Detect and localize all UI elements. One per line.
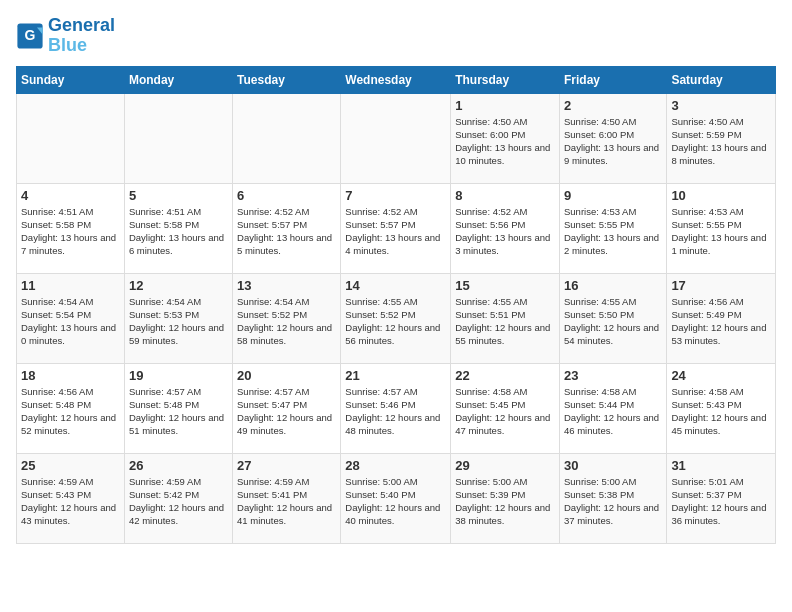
day-info: Sunrise: 4:51 AMSunset: 5:58 PMDaylight:… — [21, 205, 120, 258]
calendar-cell: 4Sunrise: 4:51 AMSunset: 5:58 PMDaylight… — [17, 183, 125, 273]
day-info: Sunrise: 4:54 AMSunset: 5:53 PMDaylight:… — [129, 295, 228, 348]
day-number: 4 — [21, 188, 120, 203]
header-wednesday: Wednesday — [341, 66, 451, 93]
day-info: Sunrise: 4:52 AMSunset: 5:56 PMDaylight:… — [455, 205, 555, 258]
header-thursday: Thursday — [451, 66, 560, 93]
day-info: Sunrise: 4:53 AMSunset: 5:55 PMDaylight:… — [671, 205, 771, 258]
calendar-cell: 13Sunrise: 4:54 AMSunset: 5:52 PMDayligh… — [233, 273, 341, 363]
day-number: 23 — [564, 368, 662, 383]
day-info: Sunrise: 4:54 AMSunset: 5:54 PMDaylight:… — [21, 295, 120, 348]
day-info: Sunrise: 4:52 AMSunset: 5:57 PMDaylight:… — [345, 205, 446, 258]
calendar-cell: 8Sunrise: 4:52 AMSunset: 5:56 PMDaylight… — [451, 183, 560, 273]
day-info: Sunrise: 4:57 AMSunset: 5:47 PMDaylight:… — [237, 385, 336, 438]
day-number: 9 — [564, 188, 662, 203]
calendar-cell: 18Sunrise: 4:56 AMSunset: 5:48 PMDayligh… — [17, 363, 125, 453]
day-info: Sunrise: 4:57 AMSunset: 5:46 PMDaylight:… — [345, 385, 446, 438]
logo-text: General Blue — [48, 16, 115, 56]
calendar-cell: 2Sunrise: 4:50 AMSunset: 6:00 PMDaylight… — [559, 93, 666, 183]
calendar-cell — [124, 93, 232, 183]
day-number: 25 — [21, 458, 120, 473]
day-number: 20 — [237, 368, 336, 383]
header-monday: Monday — [124, 66, 232, 93]
day-number: 18 — [21, 368, 120, 383]
calendar-cell — [341, 93, 451, 183]
day-number: 22 — [455, 368, 555, 383]
day-number: 19 — [129, 368, 228, 383]
day-number: 11 — [21, 278, 120, 293]
day-number: 27 — [237, 458, 336, 473]
day-number: 10 — [671, 188, 771, 203]
day-number: 5 — [129, 188, 228, 203]
day-number: 14 — [345, 278, 446, 293]
calendar-cell: 21Sunrise: 4:57 AMSunset: 5:46 PMDayligh… — [341, 363, 451, 453]
day-info: Sunrise: 4:58 AMSunset: 5:45 PMDaylight:… — [455, 385, 555, 438]
calendar-cell: 22Sunrise: 4:58 AMSunset: 5:45 PMDayligh… — [451, 363, 560, 453]
day-number: 29 — [455, 458, 555, 473]
calendar-cell — [233, 93, 341, 183]
calendar-cell: 5Sunrise: 4:51 AMSunset: 5:58 PMDaylight… — [124, 183, 232, 273]
calendar-cell: 27Sunrise: 4:59 AMSunset: 5:41 PMDayligh… — [233, 453, 341, 543]
day-info: Sunrise: 4:58 AMSunset: 5:43 PMDaylight:… — [671, 385, 771, 438]
calendar-cell: 10Sunrise: 4:53 AMSunset: 5:55 PMDayligh… — [667, 183, 776, 273]
day-number: 1 — [455, 98, 555, 113]
calendar-cell: 1Sunrise: 4:50 AMSunset: 6:00 PMDaylight… — [451, 93, 560, 183]
day-info: Sunrise: 4:57 AMSunset: 5:48 PMDaylight:… — [129, 385, 228, 438]
day-number: 31 — [671, 458, 771, 473]
calendar-cell — [17, 93, 125, 183]
calendar-week-row: 11Sunrise: 4:54 AMSunset: 5:54 PMDayligh… — [17, 273, 776, 363]
day-number: 30 — [564, 458, 662, 473]
logo-icon: G — [16, 22, 44, 50]
day-info: Sunrise: 5:00 AMSunset: 5:39 PMDaylight:… — [455, 475, 555, 528]
day-info: Sunrise: 4:50 AMSunset: 5:59 PMDaylight:… — [671, 115, 771, 168]
svg-text:G: G — [25, 27, 36, 43]
day-info: Sunrise: 4:56 AMSunset: 5:49 PMDaylight:… — [671, 295, 771, 348]
calendar-cell: 9Sunrise: 4:53 AMSunset: 5:55 PMDaylight… — [559, 183, 666, 273]
day-info: Sunrise: 5:01 AMSunset: 5:37 PMDaylight:… — [671, 475, 771, 528]
calendar-cell: 25Sunrise: 4:59 AMSunset: 5:43 PMDayligh… — [17, 453, 125, 543]
calendar-cell: 29Sunrise: 5:00 AMSunset: 5:39 PMDayligh… — [451, 453, 560, 543]
day-number: 24 — [671, 368, 771, 383]
day-info: Sunrise: 4:50 AMSunset: 6:00 PMDaylight:… — [564, 115, 662, 168]
day-number: 7 — [345, 188, 446, 203]
calendar-cell: 6Sunrise: 4:52 AMSunset: 5:57 PMDaylight… — [233, 183, 341, 273]
calendar-cell: 3Sunrise: 4:50 AMSunset: 5:59 PMDaylight… — [667, 93, 776, 183]
day-info: Sunrise: 5:00 AMSunset: 5:38 PMDaylight:… — [564, 475, 662, 528]
day-info: Sunrise: 4:54 AMSunset: 5:52 PMDaylight:… — [237, 295, 336, 348]
calendar-week-row: 1Sunrise: 4:50 AMSunset: 6:00 PMDaylight… — [17, 93, 776, 183]
day-number: 13 — [237, 278, 336, 293]
calendar-cell: 20Sunrise: 4:57 AMSunset: 5:47 PMDayligh… — [233, 363, 341, 453]
calendar-cell: 24Sunrise: 4:58 AMSunset: 5:43 PMDayligh… — [667, 363, 776, 453]
day-number: 15 — [455, 278, 555, 293]
day-info: Sunrise: 4:51 AMSunset: 5:58 PMDaylight:… — [129, 205, 228, 258]
day-info: Sunrise: 4:59 AMSunset: 5:42 PMDaylight:… — [129, 475, 228, 528]
calendar-cell: 30Sunrise: 5:00 AMSunset: 5:38 PMDayligh… — [559, 453, 666, 543]
day-number: 26 — [129, 458, 228, 473]
header-saturday: Saturday — [667, 66, 776, 93]
calendar-header-row: SundayMondayTuesdayWednesdayThursdayFrid… — [17, 66, 776, 93]
day-info: Sunrise: 4:59 AMSunset: 5:41 PMDaylight:… — [237, 475, 336, 528]
day-number: 2 — [564, 98, 662, 113]
day-info: Sunrise: 4:53 AMSunset: 5:55 PMDaylight:… — [564, 205, 662, 258]
calendar-week-row: 4Sunrise: 4:51 AMSunset: 5:58 PMDaylight… — [17, 183, 776, 273]
header-sunday: Sunday — [17, 66, 125, 93]
day-number: 6 — [237, 188, 336, 203]
day-number: 21 — [345, 368, 446, 383]
calendar-cell: 15Sunrise: 4:55 AMSunset: 5:51 PMDayligh… — [451, 273, 560, 363]
calendar-cell: 14Sunrise: 4:55 AMSunset: 5:52 PMDayligh… — [341, 273, 451, 363]
day-number: 17 — [671, 278, 771, 293]
header-tuesday: Tuesday — [233, 66, 341, 93]
day-number: 8 — [455, 188, 555, 203]
calendar-cell: 17Sunrise: 4:56 AMSunset: 5:49 PMDayligh… — [667, 273, 776, 363]
calendar-cell: 7Sunrise: 4:52 AMSunset: 5:57 PMDaylight… — [341, 183, 451, 273]
logo: G General Blue — [16, 16, 115, 56]
day-info: Sunrise: 4:55 AMSunset: 5:52 PMDaylight:… — [345, 295, 446, 348]
calendar-cell: 31Sunrise: 5:01 AMSunset: 5:37 PMDayligh… — [667, 453, 776, 543]
header-friday: Friday — [559, 66, 666, 93]
day-info: Sunrise: 5:00 AMSunset: 5:40 PMDaylight:… — [345, 475, 446, 528]
day-number: 12 — [129, 278, 228, 293]
calendar-cell: 28Sunrise: 5:00 AMSunset: 5:40 PMDayligh… — [341, 453, 451, 543]
day-number: 16 — [564, 278, 662, 293]
day-number: 28 — [345, 458, 446, 473]
calendar-cell: 16Sunrise: 4:55 AMSunset: 5:50 PMDayligh… — [559, 273, 666, 363]
page-header: G General Blue — [16, 16, 776, 56]
